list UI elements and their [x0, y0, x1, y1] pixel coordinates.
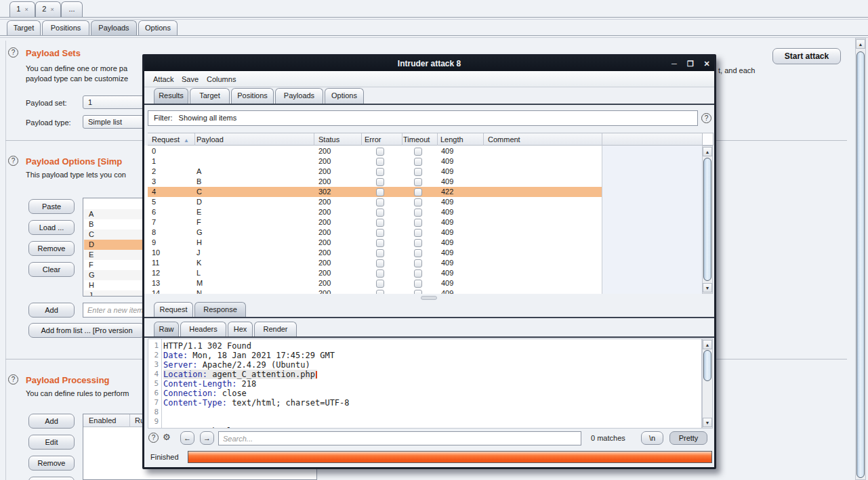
- menu-columns[interactable]: Columns: [207, 71, 236, 87]
- maximize-icon[interactable]: ❐: [684, 56, 697, 71]
- remove-rule-button[interactable]: Remove: [28, 456, 75, 471]
- timeout-checkbox[interactable]: [414, 249, 422, 257]
- attack-tab-target[interactable]: Target: [190, 88, 230, 104]
- attack-tab-payloads[interactable]: Payloads: [275, 88, 323, 104]
- timeout-checkbox[interactable]: [414, 188, 422, 196]
- error-checkbox[interactable]: [376, 269, 384, 278]
- timeout-checkbox[interactable]: [414, 229, 422, 237]
- filter-bar[interactable]: Filter: Showing all items: [148, 110, 698, 126]
- result-row-7[interactable]: 7F200409: [148, 217, 602, 227]
- main-scrollbar[interactable]: ▲: [855, 38, 866, 480]
- pretty-toggle-button[interactable]: Pretty: [669, 431, 707, 445]
- timeout-checkbox[interactable]: [414, 148, 422, 156]
- main-scrollbar-thumb[interactable]: [856, 51, 865, 478]
- clear-payload-button[interactable]: Clear: [28, 262, 75, 277]
- edit-rule-button[interactable]: Edit: [28, 435, 75, 450]
- results-scrollbar[interactable]: ▲ ▼: [702, 146, 713, 294]
- result-row-5[interactable]: 5D200409: [148, 197, 602, 207]
- timeout-checkbox[interactable]: [414, 158, 422, 166]
- response-editor[interactable]: 1HTTP/1.1 302 Found2Date: Mon, 18 Jan 20…: [148, 339, 702, 429]
- result-row-4[interactable]: 4C302422: [148, 187, 602, 197]
- result-row-14[interactable]: 14N200409: [148, 288, 602, 294]
- add-rule-button[interactable]: Add: [28, 414, 75, 429]
- tab-options[interactable]: Options: [138, 20, 178, 36]
- result-row-10[interactable]: 10J200409: [148, 248, 602, 258]
- close-tab-icon[interactable]: ×: [50, 6, 54, 13]
- column-length[interactable]: Length: [440, 133, 463, 146]
- timeout-checkbox[interactable]: [414, 209, 422, 217]
- timeout-checkbox[interactable]: [414, 239, 422, 247]
- attack-tab-options[interactable]: Options: [325, 88, 364, 104]
- workspace-tab-1[interactable]: 1×: [9, 1, 35, 17]
- split-divider[interactable]: [144, 294, 714, 302]
- result-row-8[interactable]: 8G200409: [148, 227, 602, 238]
- view-tab-hex[interactable]: Hex: [228, 322, 253, 337]
- result-row-11[interactable]: 11K200409: [148, 258, 602, 268]
- column-timeout[interactable]: Timeout: [403, 133, 430, 146]
- timeout-checkbox[interactable]: [414, 178, 422, 186]
- column-comment[interactable]: Comment: [488, 133, 520, 146]
- search-next-button[interactable]: →: [200, 431, 214, 445]
- result-row-12[interactable]: 12L200409: [148, 268, 602, 278]
- close-tab-icon[interactable]: ×: [24, 6, 28, 13]
- timeout-checkbox[interactable]: [414, 168, 422, 176]
- editor-scrollbar-thumb[interactable]: [703, 350, 711, 381]
- results-scrollbar-thumb[interactable]: [703, 158, 711, 281]
- add-from-list-button[interactable]: Add from list ... [Pro version: [28, 323, 145, 338]
- timeout-checkbox[interactable]: [414, 198, 422, 206]
- view-tab-headers[interactable]: Headers: [180, 322, 226, 337]
- timeout-checkbox[interactable]: [414, 269, 422, 278]
- gear-icon[interactable]: ⚙: [163, 432, 171, 442]
- error-checkbox[interactable]: [376, 148, 384, 156]
- timeout-checkbox[interactable]: [414, 280, 422, 288]
- tab-target[interactable]: Target: [7, 20, 41, 36]
- view-tab-raw[interactable]: Raw: [154, 322, 179, 337]
- result-row-2[interactable]: 2A200409: [148, 167, 602, 177]
- error-checkbox[interactable]: [376, 168, 384, 176]
- start-attack-button[interactable]: Start attack: [772, 48, 841, 64]
- help-icon[interactable]: ?: [8, 156, 18, 166]
- help-icon[interactable]: ?: [148, 433, 159, 443]
- add-payload-button[interactable]: Add: [28, 303, 75, 318]
- error-checkbox[interactable]: [376, 209, 384, 217]
- dialog-titlebar[interactable]: Intruder attack 8 ─ ❐ ✕: [144, 56, 714, 71]
- tab-payloads[interactable]: Payloads: [91, 20, 137, 36]
- result-row-0[interactable]: 0200409: [148, 146, 602, 156]
- result-row-9[interactable]: 9H200409: [148, 238, 602, 248]
- result-row-1[interactable]: 1200409: [148, 156, 602, 167]
- load-payload-button[interactable]: Load ...: [28, 220, 75, 235]
- error-checkbox[interactable]: [376, 239, 384, 247]
- error-checkbox[interactable]: [376, 259, 384, 267]
- result-row-6[interactable]: 6E200409: [148, 207, 602, 217]
- search-input[interactable]: [218, 431, 581, 445]
- attack-tab-results[interactable]: Results: [154, 88, 188, 104]
- menu-attack[interactable]: Attack: [153, 71, 174, 87]
- processing-button-partial[interactable]: [28, 477, 75, 480]
- error-checkbox[interactable]: [376, 178, 384, 186]
- timeout-checkbox[interactable]: [414, 259, 422, 267]
- scroll-up-icon[interactable]: ▲: [703, 147, 712, 156]
- error-checkbox[interactable]: [376, 198, 384, 206]
- error-checkbox[interactable]: [376, 188, 384, 196]
- remove-payload-button[interactable]: Remove: [28, 241, 75, 256]
- timeout-checkbox[interactable]: [414, 219, 422, 227]
- scroll-up-icon[interactable]: ▲: [703, 340, 712, 349]
- attack-tab-positions[interactable]: Positions: [231, 88, 274, 104]
- column-status[interactable]: Status: [318, 133, 339, 146]
- search-prev-button[interactable]: ←: [180, 431, 194, 445]
- newline-toggle-button[interactable]: \n: [641, 431, 663, 445]
- column-payload[interactable]: Payload: [197, 133, 224, 146]
- message-tab-response[interactable]: Response: [194, 302, 246, 318]
- editor-scrollbar[interactable]: ▲ ▼: [702, 339, 713, 429]
- scroll-up-icon[interactable]: ▲: [856, 39, 865, 49]
- scroll-down-icon[interactable]: ▼: [703, 283, 712, 292]
- column-error[interactable]: Error: [365, 133, 381, 146]
- tab-positions[interactable]: Positions: [42, 20, 89, 36]
- paste-payload-button[interactable]: Paste: [28, 199, 75, 214]
- view-tab-render[interactable]: Render: [254, 322, 297, 337]
- error-checkbox[interactable]: [376, 280, 384, 288]
- scroll-down-icon[interactable]: ▼: [703, 418, 712, 427]
- help-icon[interactable]: ?: [8, 47, 18, 58]
- message-tab-request[interactable]: Request: [154, 302, 193, 318]
- error-checkbox[interactable]: [376, 158, 384, 166]
